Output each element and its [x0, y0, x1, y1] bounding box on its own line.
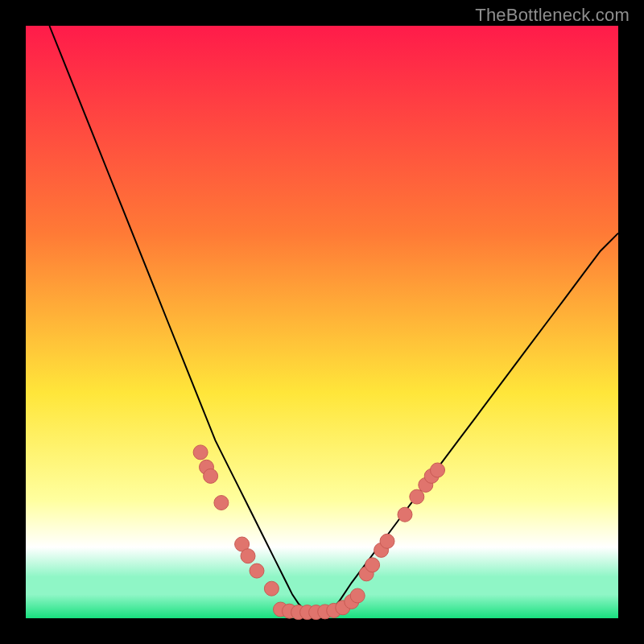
- data-point: [250, 564, 264, 578]
- gradient-plot-area: [26, 26, 618, 618]
- data-point: [241, 549, 255, 564]
- data-point: [264, 581, 279, 596]
- data-point: [193, 445, 208, 460]
- watermark-text: TheBottleneck.com: [475, 5, 630, 26]
- data-point: [431, 463, 445, 477]
- data-point: [204, 469, 218, 483]
- data-point: [350, 588, 365, 603]
- data-point: [410, 489, 424, 504]
- data-point: [380, 534, 394, 548]
- bottleneck-chart: [0, 0, 644, 644]
- data-point: [365, 558, 380, 572]
- chart-stage: TheBottleneck.com: [0, 0, 644, 644]
- data-point: [214, 496, 229, 510]
- data-point: [398, 507, 412, 522]
